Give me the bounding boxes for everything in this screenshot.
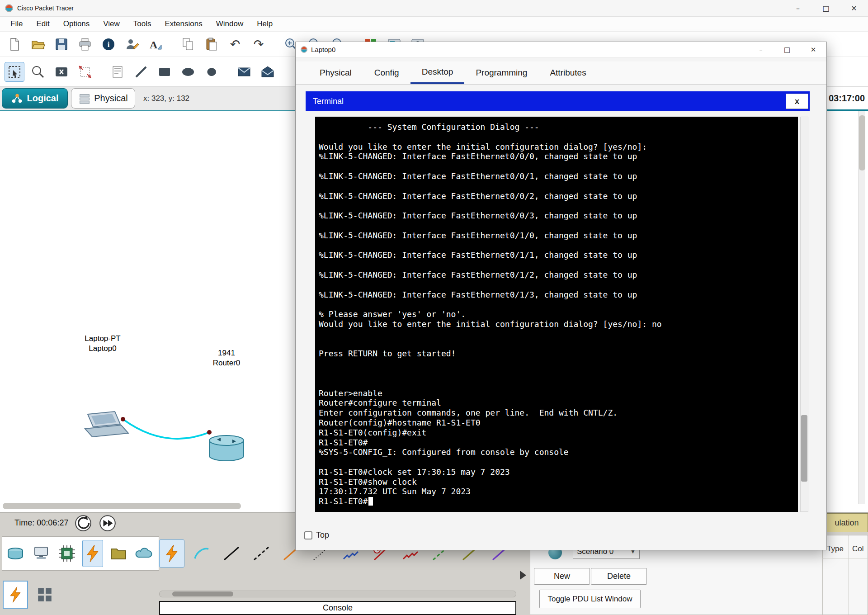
- inspect-tool-icon[interactable]: [28, 62, 48, 82]
- layers-grid-icon: [78, 92, 91, 105]
- router-name-label[interactable]: Router0: [190, 359, 263, 368]
- connection-copper-cross[interactable]: [249, 539, 274, 568]
- device-dialog-logo-icon: [300, 46, 308, 53]
- add-complex-pdu-icon[interactable]: [258, 62, 278, 82]
- fast-forward-time-icon[interactable]: [98, 514, 117, 533]
- menu-edit[interactable]: Edit: [29, 17, 56, 32]
- window-minimize-button[interactable]: –: [784, 0, 812, 17]
- category-miscellaneous[interactable]: [108, 540, 129, 567]
- dialog-tab-bar: Physical Config Desktop Programming Attr…: [296, 62, 826, 85]
- open-file-icon[interactable]: [28, 34, 48, 54]
- laptop-device[interactable]: [85, 412, 128, 437]
- tab-config[interactable]: Config: [363, 62, 410, 84]
- link-port-router: [207, 430, 212, 435]
- menu-tools[interactable]: Tools: [127, 17, 158, 32]
- console-cable[interactable]: [123, 419, 209, 439]
- device-category-palette: [2, 536, 159, 571]
- dialog-minimize-button[interactable]: –: [748, 42, 774, 57]
- lightning-bolt-icon: [6, 586, 24, 604]
- terminal-output: --- System Configuration Dialog --- Woul…: [315, 117, 798, 512]
- network-info-icon[interactable]: i: [99, 34, 118, 54]
- simulation-mode-button[interactable]: ulation: [826, 513, 868, 532]
- connection-palette-scrollbar-track: [159, 591, 516, 597]
- category-multiuser[interactable]: [134, 540, 155, 567]
- menu-options[interactable]: Options: [57, 17, 97, 32]
- top-checkbox-row: Top: [304, 530, 329, 540]
- category-network-devices[interactable]: [5, 540, 26, 567]
- window-close-button[interactable]: ✕: [840, 0, 868, 17]
- console-panel-bar[interactable]: Console: [159, 601, 516, 615]
- toggle-pdu-list-button[interactable]: Toggle PDU List Window: [539, 590, 641, 608]
- pdu-header-color: Col: [852, 544, 864, 554]
- connection-copper-straight[interactable]: [219, 539, 244, 568]
- connection-automatic[interactable]: [159, 539, 184, 568]
- dialog-title: Laptop0: [311, 46, 335, 53]
- new-file-icon[interactable]: [5, 34, 24, 54]
- laptop0-dialog: Laptop0 – □ ✕ Physical Config Desktop Pr…: [295, 42, 827, 550]
- tab-physical[interactable]: Physical: [308, 62, 363, 84]
- category-connections[interactable]: [82, 540, 103, 567]
- draw-ellipse-tool-icon[interactable]: [178, 62, 198, 82]
- dialog-titlebar[interactable]: Laptop0 – □ ✕: [296, 42, 826, 57]
- workspace-vertical-scrollbar-thumb[interactable]: [859, 115, 865, 170]
- terminal-close-button[interactable]: X: [786, 94, 808, 109]
- router-category-icon: [5, 544, 25, 563]
- menu-help[interactable]: Help: [250, 17, 279, 32]
- workspace-horizontal-scrollbar[interactable]: [3, 503, 241, 509]
- draw-line-tool-icon[interactable]: [131, 62, 151, 82]
- draw-freeform-tool-icon[interactable]: [202, 62, 222, 82]
- tab-programming[interactable]: Programming: [464, 62, 538, 84]
- dialog-maximize-button[interactable]: □: [774, 42, 800, 57]
- console-label: Console: [323, 603, 353, 613]
- molecule-icon: [11, 92, 24, 105]
- lightning-bolt-icon: [162, 544, 182, 563]
- delete-tool-icon[interactable]: [52, 62, 71, 82]
- router-device[interactable]: [209, 435, 244, 461]
- place-note-tool-icon[interactable]: [108, 62, 127, 82]
- category-end-devices[interactable]: [31, 540, 52, 567]
- undo-icon[interactable]: ↶: [225, 34, 245, 54]
- menu-file[interactable]: File: [4, 17, 29, 32]
- select-tool-icon[interactable]: [5, 62, 24, 82]
- packet-tracer-logo-icon: [5, 4, 14, 13]
- draw-rectangle-tool-icon[interactable]: [155, 62, 175, 82]
- selected-connection-box[interactable]: [3, 581, 28, 609]
- menu-view[interactable]: View: [96, 17, 127, 32]
- logical-view-button[interactable]: Logical: [2, 88, 68, 109]
- menu-bar: File Edit Options View Tools Extensions …: [0, 17, 868, 32]
- svg-text:A: A: [150, 39, 158, 51]
- save-icon[interactable]: [52, 34, 71, 54]
- connection-palette-scrollbar-thumb[interactable]: [172, 591, 233, 596]
- reset-clock-icon[interactable]: [74, 514, 93, 533]
- category-components[interactable]: [57, 540, 77, 567]
- terminal-scrollbar-thumb[interactable]: [801, 415, 807, 482]
- expand-panel-arrow-icon[interactable]: [520, 571, 526, 580]
- menu-window[interactable]: Window: [209, 17, 250, 32]
- tab-attributes[interactable]: Attributes: [538, 62, 597, 84]
- pdu-list-divider: [849, 535, 849, 615]
- menu-extensions[interactable]: Extensions: [158, 17, 209, 32]
- computer-category-icon: [31, 544, 51, 563]
- top-checkbox[interactable]: [304, 531, 312, 539]
- connection-console[interactable]: [189, 539, 214, 568]
- terminal-screen[interactable]: --- System Configuration Dialog --- Woul…: [315, 117, 798, 512]
- activity-wizard-icon[interactable]: [122, 34, 142, 54]
- physical-view-button[interactable]: Physical: [71, 88, 135, 109]
- paste-icon[interactable]: [202, 34, 222, 54]
- pdu-header-type: Type: [827, 544, 844, 554]
- add-simple-pdu-icon[interactable]: [234, 62, 254, 82]
- device-grid-view-icon[interactable]: [36, 586, 53, 603]
- new-scenario-button[interactable]: New: [534, 568, 590, 585]
- redo-icon[interactable]: ↷: [249, 34, 269, 54]
- laptop-name-label[interactable]: Laptop0: [66, 344, 139, 353]
- folder-category-icon: [108, 544, 128, 563]
- resize-shape-tool-icon[interactable]: [75, 62, 95, 82]
- dialog-close-button[interactable]: ✕: [800, 42, 826, 57]
- print-icon[interactable]: [75, 34, 95, 54]
- tab-desktop[interactable]: Desktop: [410, 62, 465, 84]
- delete-scenario-button[interactable]: Delete: [591, 568, 647, 585]
- font-tool-icon[interactable]: A: [146, 34, 165, 54]
- window-maximize-button[interactable]: □: [812, 0, 840, 17]
- terminal-scrollbar-track: [800, 117, 808, 512]
- copy-icon[interactable]: [178, 34, 198, 54]
